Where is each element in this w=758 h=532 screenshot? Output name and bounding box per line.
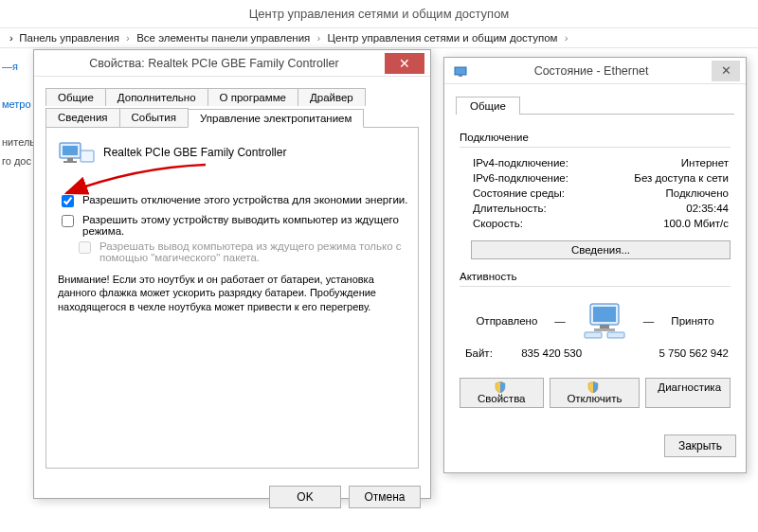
media-value: Подключено — [666, 187, 730, 199]
speed-value: 100.0 Мбит/с — [663, 218, 729, 229]
bytes-label: Байт: — [465, 347, 493, 359]
properties-dialog: Свойства: Realtek PCIe GBE Family Contro… — [33, 49, 431, 499]
computer-activity-icon — [583, 302, 626, 340]
tab-power-management[interactable]: Управление электропитанием — [188, 109, 364, 128]
close-icon: ✕ — [721, 63, 731, 78]
bytes-sent: 835 420 530 — [493, 347, 611, 359]
tab-general[interactable]: Общие — [456, 97, 520, 115]
tab-driver[interactable]: Драйвер — [298, 88, 366, 106]
svg-rect-6 — [459, 75, 462, 77]
speed-label: Скорость: — [473, 218, 523, 229]
checkbox-magic-packet: Разрешать вывод компьютера из ждущего ре… — [58, 240, 408, 263]
window-title: Центр управления сетями и общим доступом — [0, 0, 758, 28]
duration-label: Длительность: — [473, 203, 547, 214]
svg-rect-3 — [63, 161, 77, 163]
tab-content: Realtek PCIe GBE Family Controller Разре… — [45, 128, 419, 469]
tab-events[interactable]: События — [119, 108, 189, 127]
breadcrumb: › Панель управления › Все элементы панел… — [0, 28, 758, 48]
left-panel-fragment: —я метро нитель го дос — [0, 57, 37, 170]
tabs-row: Общие Дополнительно О программе Драйвер … — [45, 86, 419, 128]
close-button[interactable]: ✕ — [712, 61, 740, 81]
svg-rect-2 — [67, 158, 73, 161]
svg-rect-1 — [63, 146, 78, 155]
ipv4-label: IPv4-подключение: — [473, 157, 568, 168]
ethernet-icon — [454, 64, 467, 78]
dialog-title: Состояние - Ethernet — [471, 64, 712, 78]
svg-rect-12 — [607, 332, 624, 338]
svg-rect-9 — [600, 325, 609, 328]
checkbox-input — [79, 241, 91, 254]
ipv6-value: Без доступа к сети — [634, 172, 729, 184]
svg-rect-11 — [585, 332, 602, 338]
svg-rect-10 — [594, 328, 615, 331]
ok-button[interactable]: OK — [269, 486, 341, 508]
breadcrumb-item[interactable]: Панель управления — [19, 32, 119, 44]
properties-button[interactable]: Свойства — [460, 378, 544, 408]
checkbox-allow-wake[interactable]: Разрешить этому устройству выводить комп… — [58, 214, 408, 237]
media-label: Состояние среды: — [473, 187, 565, 199]
section-connection: Подключение — [460, 132, 731, 143]
close-button[interactable]: ✕ — [385, 53, 424, 74]
status-dialog: Состояние - Ethernet ✕ Общие Подключение… — [443, 57, 747, 473]
checkbox-input[interactable] — [62, 215, 74, 227]
tab-details[interactable]: Сведения — [45, 108, 120, 127]
bytes-received: 5 750 562 942 — [610, 347, 729, 359]
ipv6-label: IPv6-подключение: — [473, 172, 568, 184]
checkbox-allow-power-off[interactable]: Разрешить отключение этого устройства дл… — [58, 194, 408, 210]
tab-advanced[interactable]: Дополнительно — [105, 88, 208, 106]
details-button[interactable]: Сведения... — [471, 240, 731, 259]
received-label: Принято — [671, 315, 713, 327]
svg-rect-5 — [455, 67, 466, 75]
shield-icon — [495, 381, 506, 393]
tab-about[interactable]: О программе — [208, 88, 298, 106]
diagnostics-button[interactable]: Диагностика — [645, 378, 731, 408]
close-icon: ✕ — [399, 56, 410, 71]
checkbox-input[interactable] — [62, 195, 74, 207]
section-activity: Активность — [460, 271, 731, 282]
dialog-title: Свойства: Realtek PCIe GBE Family Contro… — [44, 57, 385, 70]
disable-button[interactable]: Отключить — [550, 378, 641, 408]
breadcrumb-item[interactable]: Все элементы панели управления — [136, 32, 310, 44]
svg-rect-8 — [593, 307, 616, 322]
cancel-button[interactable]: Отмена — [349, 486, 421, 508]
dialog-buttons: OK Отмена — [34, 478, 430, 516]
shield-icon — [587, 381, 599, 393]
close-dialog-button[interactable]: Закрыть — [664, 434, 736, 457]
tab-general[interactable]: Общие — [45, 88, 106, 106]
device-name: Realtek PCIe GBE Family Controller — [103, 146, 286, 159]
duration-value: 02:35:44 — [686, 203, 729, 214]
sent-label: Отправлено — [476, 315, 537, 327]
warning-text: Внимание! Если это ноутбук и он работает… — [58, 273, 408, 313]
network-adapter-icon — [58, 137, 96, 168]
svg-rect-4 — [81, 151, 94, 162]
status-tabs: Общие — [456, 96, 734, 115]
ipv4-value: Интернет — [681, 157, 729, 168]
breadcrumb-item[interactable]: Центр управления сетями и общим доступом — [328, 32, 558, 44]
